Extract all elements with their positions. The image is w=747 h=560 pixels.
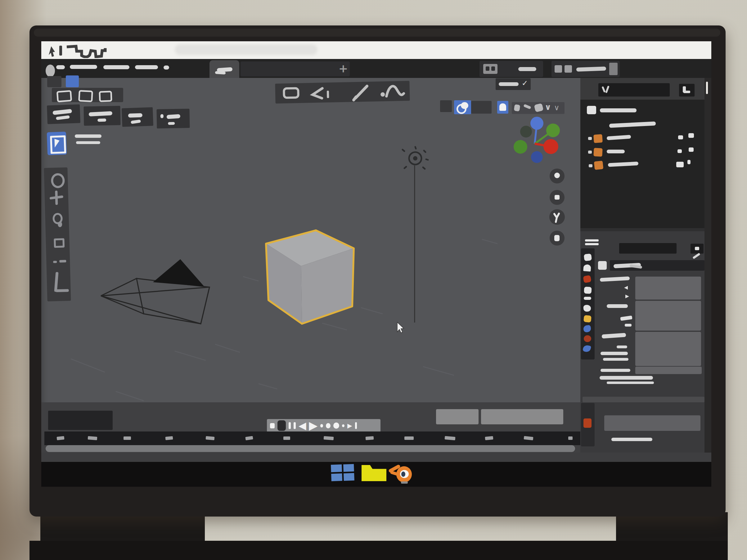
header-dark-box[interactable] xyxy=(471,101,492,113)
camera-view-button[interactable] xyxy=(549,209,565,225)
key-dot[interactable] xyxy=(320,424,323,428)
expand-dot[interactable] xyxy=(588,137,592,140)
next-key-button[interactable] xyxy=(293,422,296,429)
panel-divider[interactable] xyxy=(581,228,704,231)
prev-key-button[interactable] xyxy=(289,422,291,429)
key-circle[interactable] xyxy=(326,423,331,428)
key-small-dot[interactable] xyxy=(342,424,344,427)
perspective-toggle-button[interactable] xyxy=(550,231,565,246)
viewport-menu-2[interactable] xyxy=(83,106,121,126)
pen-tool-icon[interactable] xyxy=(354,86,367,100)
outliner-search-input[interactable] xyxy=(598,83,670,97)
lower-value-block[interactable] xyxy=(604,415,700,431)
expand-dot[interactable] xyxy=(588,151,592,154)
zoom-button[interactable] xyxy=(550,169,565,183)
expand-dot[interactable] xyxy=(589,164,592,167)
annotate-tool[interactable] xyxy=(53,261,57,263)
workspace-tab-strip[interactable]: + xyxy=(240,61,350,76)
frame-current-field[interactable] xyxy=(436,409,479,424)
shading-caret-2[interactable]: ∨ xyxy=(554,103,560,112)
pin-icon[interactable] xyxy=(692,253,700,259)
rotation-fields[interactable] xyxy=(635,301,701,331)
box-tool-icon[interactable] xyxy=(284,88,299,98)
cube-object[interactable] xyxy=(266,230,354,324)
tab-scene[interactable] xyxy=(584,297,591,300)
location-fields[interactable] xyxy=(635,277,701,300)
viewport-menu-3[interactable] xyxy=(122,107,153,127)
add-workspace-button[interactable]: + xyxy=(339,62,348,75)
proportional-edit-button[interactable] xyxy=(454,100,471,114)
scale-fields[interactable] xyxy=(635,332,701,366)
tab-physics[interactable] xyxy=(583,344,592,353)
point-light-object[interactable] xyxy=(403,147,428,323)
render-toggle[interactable] xyxy=(688,133,694,138)
blender-logo-icon[interactable] xyxy=(46,65,55,77)
outliner-row-cube[interactable] xyxy=(581,145,704,158)
camera-object[interactable] xyxy=(101,259,209,324)
hide-toggle[interactable] xyxy=(678,135,683,139)
play-reverse-button[interactable]: ◀ xyxy=(299,421,306,431)
filter-button[interactable] xyxy=(679,84,695,97)
blender-taskbar-button[interactable] xyxy=(389,463,412,482)
delta-field[interactable] xyxy=(635,366,702,374)
outliner-row-collection[interactable] xyxy=(581,119,704,131)
viewport-menu-4[interactable] xyxy=(156,109,190,128)
workspace-tab-active[interactable] xyxy=(209,60,239,78)
select-tweak-button[interactable] xyxy=(56,90,72,102)
move-view-button[interactable] xyxy=(550,190,565,205)
select-box-button[interactable] xyxy=(78,90,93,102)
navigation-gizmo[interactable] xyxy=(514,117,560,163)
scale-tool[interactable] xyxy=(54,238,65,248)
tab-texture[interactable] xyxy=(584,418,592,428)
view-layer-selector[interactable] xyxy=(551,61,620,77)
move-tool-v[interactable] xyxy=(55,190,58,205)
outliner-row-light[interactable] xyxy=(581,158,704,171)
gizmos-icon[interactable] xyxy=(523,104,531,109)
cursor-tool-icon[interactable] xyxy=(312,88,323,98)
viewport-menu-1[interactable] xyxy=(47,104,80,124)
frame-ruler[interactable] xyxy=(44,432,581,445)
tab-view-layer[interactable] xyxy=(584,286,592,294)
pause-button[interactable] xyxy=(278,420,286,431)
overlays-icon[interactable] xyxy=(514,104,520,111)
tab-world[interactable] xyxy=(583,305,591,312)
jump-end-button[interactable]: ▶ xyxy=(347,423,352,429)
rotate-tool-dot[interactable] xyxy=(58,222,62,227)
hide-toggle[interactable] xyxy=(677,149,682,153)
x-ray-icon[interactable] xyxy=(534,103,543,112)
hide-toggle[interactable] xyxy=(676,162,684,167)
windows-start-button[interactable] xyxy=(331,464,355,482)
render-toggle[interactable] xyxy=(689,148,694,152)
editor-mode-blue-button[interactable] xyxy=(66,75,79,87)
editor-type-button[interactable] xyxy=(47,76,61,87)
play-button[interactable]: ▶ xyxy=(309,420,318,431)
annotate-tool2[interactable] xyxy=(59,260,66,263)
tab-render[interactable] xyxy=(583,264,591,272)
timeline-menu-box[interactable] xyxy=(48,411,113,430)
object-breadcrumb[interactable] xyxy=(610,260,704,271)
measure-tool-v[interactable] xyxy=(54,272,59,292)
properties-filter-button[interactable] xyxy=(691,244,703,254)
scene-selector[interactable] xyxy=(480,61,543,77)
snap-magnet-button[interactable] xyxy=(497,101,508,113)
select-circle-button[interactable] xyxy=(99,91,112,102)
render-toggle[interactable] xyxy=(688,160,691,164)
tab-modifiers[interactable] xyxy=(583,325,592,332)
properties-search-input[interactable] xyxy=(619,243,676,254)
shading-caret-1[interactable]: ∨ xyxy=(545,102,551,112)
tab-object[interactable] xyxy=(584,315,592,323)
viewport-canvas[interactable] xyxy=(41,78,581,453)
curve-tool-icon[interactable] xyxy=(381,92,385,97)
viewport-nav-buttons[interactable] xyxy=(549,169,565,246)
tab-output[interactable] xyxy=(583,275,591,283)
properties-editor-icon[interactable] xyxy=(585,239,599,241)
outliner-row-scene-collection[interactable] xyxy=(581,106,704,118)
frame-range-field[interactable] xyxy=(481,409,563,424)
viewport-mode-icon[interactable] xyxy=(47,132,67,155)
window-titlebar[interactable] xyxy=(41,41,711,59)
tab-material[interactable] xyxy=(584,335,591,342)
timeline-scrollbar[interactable] xyxy=(46,445,575,452)
header-small-box[interactable] xyxy=(440,100,452,112)
view-options-dropdown[interactable]: ✓ xyxy=(496,78,531,90)
select-circle-tool[interactable] xyxy=(51,173,65,188)
